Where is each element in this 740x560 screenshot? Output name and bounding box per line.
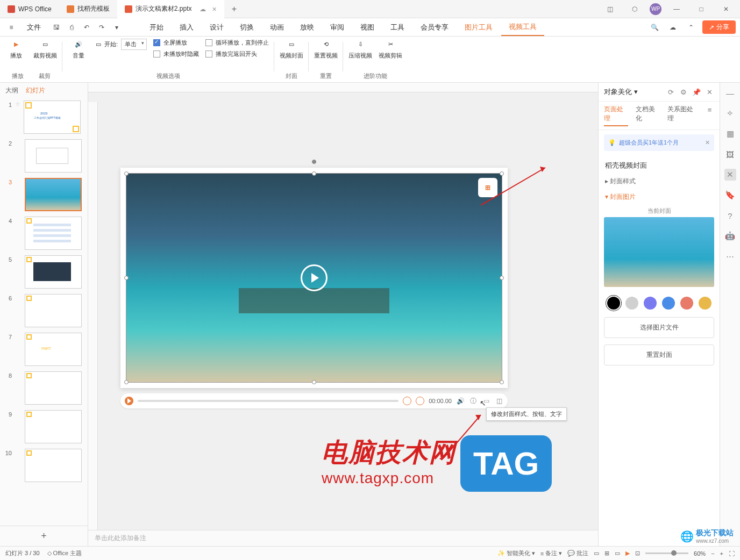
- rp-menu-icon[interactable]: ≡: [705, 105, 714, 114]
- slide-thumb-5[interactable]: [25, 255, 82, 289]
- volume-button[interactable]: 🔊音量: [68, 39, 89, 60]
- cloud-icon[interactable]: ☁: [666, 20, 680, 34]
- zoom-in-icon[interactable]: +: [720, 550, 723, 557]
- view-normal-icon[interactable]: ▭: [594, 550, 599, 557]
- rewind-checkbox[interactable]: [205, 51, 212, 58]
- menu-insert[interactable]: 插入: [172, 19, 201, 35]
- tab-wps[interactable]: WPS Office: [0, 0, 59, 18]
- search-icon[interactable]: 🔍: [648, 20, 661, 34]
- notes-button[interactable]: ≡ 备注 ▾: [540, 549, 562, 557]
- view-slideshow-icon[interactable]: ▶: [625, 550, 630, 557]
- rp-close-icon[interactable]: ✕: [705, 87, 714, 97]
- rp-tab-relation[interactable]: 关系图处理: [667, 105, 698, 126]
- rp-collapse-image[interactable]: ▾ 封面图片: [599, 189, 720, 205]
- loop-checkbox[interactable]: [205, 39, 212, 46]
- outline-tab[interactable]: 大纲: [5, 86, 18, 95]
- slides-list[interactable]: 1☆2023工作总结汇报PPT模板 2 3 4 5 6 7PART 8 9 10: [0, 98, 88, 526]
- slide-thumb-10[interactable]: [25, 449, 82, 482]
- handle-sw[interactable]: [124, 380, 129, 384]
- cover-button[interactable]: ▭视频封面: [280, 39, 303, 60]
- slide-canvas[interactable]: ⊞: [120, 168, 508, 388]
- sb-template-icon[interactable]: ▦: [724, 128, 736, 140]
- menu-view[interactable]: 视图: [353, 19, 382, 35]
- expand-icon[interactable]: ⌃: [684, 20, 698, 34]
- trim-button[interactable]: ▭裁剪视频: [33, 39, 57, 60]
- color-red[interactable]: [680, 297, 693, 310]
- zoom-slider[interactable]: [645, 552, 688, 554]
- maximize-button[interactable]: □: [692, 1, 711, 17]
- menu-review[interactable]: 审阅: [323, 19, 352, 35]
- reader-icon[interactable]: ◫: [600, 1, 620, 17]
- slide-thumb-8[interactable]: [25, 371, 82, 405]
- slide-thumb-6[interactable]: [25, 294, 82, 327]
- handle-e[interactable]: [500, 276, 504, 280]
- slide-thumb-2[interactable]: [25, 139, 82, 173]
- slide-thumb-1[interactable]: 2023工作总结汇报PPT模板: [24, 100, 81, 134]
- compress-button[interactable]: ⇩压缩视频: [348, 39, 372, 60]
- vc-next-button[interactable]: [416, 397, 424, 405]
- menu-tools[interactable]: 工具: [383, 19, 412, 35]
- color-yellow[interactable]: [699, 297, 711, 310]
- vc-seek-track[interactable]: [138, 400, 399, 402]
- tab-add-button[interactable]: +: [224, 4, 244, 14]
- handle-ne[interactable]: [500, 171, 504, 176]
- rp-refresh-icon[interactable]: ⟳: [666, 87, 675, 97]
- play-button[interactable]: ▶播放: [5, 39, 27, 60]
- sb-collapse-icon[interactable]: —: [724, 87, 736, 99]
- share-button[interactable]: ↗ 分享: [702, 20, 736, 34]
- menu-pic-tools[interactable]: 图片工具: [457, 19, 500, 35]
- cube-icon[interactable]: ⬡: [625, 1, 644, 17]
- sb-tools-icon[interactable]: ✕: [724, 169, 736, 181]
- vc-volume-icon[interactable]: 🔊: [456, 397, 465, 405]
- slide-thumb-9[interactable]: [25, 410, 82, 443]
- minimize-button[interactable]: —: [667, 1, 686, 17]
- menu-animation[interactable]: 动画: [262, 19, 291, 35]
- vc-info-icon[interactable]: ⓘ: [469, 397, 478, 405]
- color-gray[interactable]: [625, 297, 638, 310]
- reset-button[interactable]: ⟲重置视频: [314, 39, 338, 60]
- menu-slideshow[interactable]: 放映: [293, 19, 322, 35]
- sb-more-icon[interactable]: ⋯: [724, 250, 736, 262]
- hide-checkbox[interactable]: [153, 51, 160, 58]
- menu-file[interactable]: 文件: [19, 19, 48, 35]
- slide-thumb-4[interactable]: [25, 217, 82, 250]
- comments-button[interactable]: 💬 批注: [567, 549, 588, 557]
- handle-se[interactable]: [500, 380, 504, 384]
- color-purple[interactable]: [644, 297, 657, 310]
- undo-icon[interactable]: ↶: [80, 20, 94, 34]
- menu-hamburger-icon[interactable]: ≡: [4, 20, 18, 34]
- edit-button[interactable]: ✂视频剪辑: [379, 39, 402, 60]
- zoom-fit-icon[interactable]: ⊡: [635, 550, 640, 557]
- video-object[interactable]: ⊞: [126, 173, 502, 383]
- smart-beautify-button[interactable]: ✨ 智能美化 ▾: [497, 549, 535, 557]
- rotate-handle[interactable]: [312, 160, 316, 164]
- menu-design[interactable]: 设计: [202, 19, 231, 35]
- handle-s[interactable]: [312, 380, 316, 384]
- save-icon[interactable]: 🖫: [49, 20, 63, 34]
- play-overlay-icon[interactable]: [301, 264, 328, 291]
- tab-document[interactable]: 演示文稿素材2.pptx☁×: [117, 0, 224, 18]
- menu-vip[interactable]: 会员专享: [413, 19, 456, 35]
- vc-play-button[interactable]: [125, 397, 133, 405]
- tab-close-icon[interactable]: ×: [212, 5, 217, 13]
- start-dropdown[interactable]: 单击: [121, 39, 147, 50]
- rp-pin-icon[interactable]: 📌: [692, 87, 701, 97]
- color-blue[interactable]: [662, 297, 675, 310]
- tab-templates[interactable]: 找稻壳模板: [59, 0, 117, 18]
- view-sorter-icon[interactable]: ⊞: [604, 550, 609, 557]
- sb-help-icon[interactable]: ?: [724, 210, 736, 221]
- sb-star-icon[interactable]: ✧: [724, 107, 736, 119]
- sb-bookmark-icon[interactable]: 🔖: [724, 189, 736, 201]
- rp-reset-cover-button[interactable]: 重置封面: [604, 344, 714, 365]
- print-icon[interactable]: ⎙: [65, 20, 79, 34]
- handle-nw[interactable]: [124, 171, 129, 176]
- slide-thumb-7[interactable]: PART: [25, 333, 82, 366]
- avatar[interactable]: WP: [650, 3, 661, 15]
- sb-image-icon[interactable]: 🖼: [724, 148, 736, 160]
- color-black[interactable]: [607, 297, 620, 310]
- rp-collapse-style[interactable]: ▸ 封面样式: [599, 174, 720, 189]
- notes-bar[interactable]: 单击此处添加备注: [88, 530, 598, 546]
- view-reading-icon[interactable]: ▭: [615, 550, 620, 557]
- add-slide-button[interactable]: +: [0, 526, 88, 546]
- zoom-out-icon[interactable]: −: [711, 550, 714, 557]
